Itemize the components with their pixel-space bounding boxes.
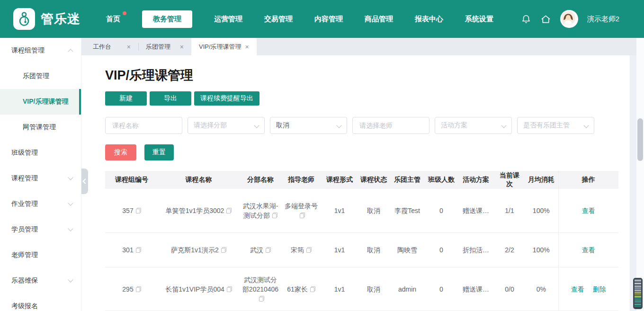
app-root: 管乐迷 首页 教务管理 运营管理 交易管理 内容管理 商品管理 报表中心 xyxy=(0,0,644,311)
table-row: 357 单簧管1v1学员3002 武汉水果湖-测试分部 多端登录号 1v1 取消… xyxy=(105,189,618,233)
sidebar-item-course-group[interactable]: 课程组管理 xyxy=(0,38,81,63)
filter-row: 请选择分部 取消 活动方案 是否有乐团主管 xyxy=(105,117,630,134)
copy-icon[interactable] xyxy=(136,208,141,213)
copy-icon[interactable] xyxy=(136,286,141,292)
notification-dot xyxy=(123,11,126,15)
renewal-reminder-export-button[interactable]: 课程续费提醒导出 xyxy=(194,91,259,106)
cell-activity: 赠送课… xyxy=(457,189,495,233)
sidebar-item-exam-registration[interactable]: 考级报名 xyxy=(0,293,81,311)
brand-name: 管乐迷 xyxy=(41,10,80,27)
sidebar-item-students[interactable]: 学员管理 xyxy=(0,217,81,242)
navbar-right: 演示老师2 xyxy=(521,10,631,28)
close-icon[interactable]: × xyxy=(245,43,249,51)
sidebar-item-online-course[interactable]: 网管课管理 xyxy=(0,115,81,140)
cell-leader: 李霞Test xyxy=(389,189,426,233)
create-button[interactable]: 新建 xyxy=(105,91,147,106)
tab-vip-music-theory[interactable]: VIP/乐理课管理 × xyxy=(191,38,257,55)
copy-icon[interactable] xyxy=(259,296,264,302)
nav-item-transactions[interactable]: 交易管理 xyxy=(264,15,293,24)
cell-monthly-usage: 0% xyxy=(524,267,558,311)
cell-operations: 查看 xyxy=(558,189,618,233)
cell-branch: 武汉水果湖-测试分部 xyxy=(239,189,282,233)
orchestra-leader-select[interactable]: 是否有乐团主管 xyxy=(517,117,594,134)
page-title: VIP/乐理课管理 xyxy=(105,67,630,84)
course-name-input[interactable] xyxy=(111,121,176,130)
minimap-stripes xyxy=(635,280,641,307)
cell-class-size: 0 xyxy=(426,267,457,311)
col-leader: 乐团主管 xyxy=(389,171,426,189)
teacher-input-box xyxy=(352,117,429,134)
sidebar-item-vip-music-theory[interactable]: VIP/乐理课管理 xyxy=(0,89,81,115)
cell-class-size: 0 xyxy=(426,189,457,233)
tab-orchestra[interactable]: 乐团管理 × xyxy=(138,38,191,55)
scrollbar-thumb[interactable] xyxy=(637,118,643,161)
cell-status: 取消 xyxy=(358,189,389,233)
view-link[interactable]: 查看 xyxy=(571,285,584,293)
cell-teacher: 多端登录号 xyxy=(282,189,321,233)
copy-icon[interactable] xyxy=(136,247,141,253)
home-icon[interactable] xyxy=(540,14,551,25)
tab-workbench[interactable]: 工作台 × xyxy=(85,38,138,55)
sidebar-item-course[interactable]: 课程管理 xyxy=(0,166,81,191)
col-class-size: 班级人数 xyxy=(426,171,457,189)
sidebar-item-orchestra[interactable]: 乐团管理 xyxy=(0,63,81,89)
copy-icon[interactable] xyxy=(226,208,232,213)
cell-activity: 折扣活… xyxy=(457,233,495,267)
delete-link[interactable]: 删除 xyxy=(593,285,606,293)
nav-item-academic[interactable]: 教务管理 xyxy=(142,10,192,28)
course-status-select[interactable]: 取消 xyxy=(270,117,347,134)
sidebar-item-homework[interactable]: 作业管理 xyxy=(0,191,81,217)
branch-select[interactable]: 请选择分部 xyxy=(188,117,265,134)
col-form: 课程形式 xyxy=(321,171,358,189)
copy-icon[interactable] xyxy=(221,247,226,253)
sidebar-collapse-handle[interactable] xyxy=(81,169,88,194)
nav-item-settings[interactable]: 系统设置 xyxy=(465,15,493,24)
content-right-gutter xyxy=(630,55,636,311)
cell-monthly-usage: 100% xyxy=(524,189,558,233)
close-icon[interactable]: × xyxy=(127,43,131,51)
scroll-minimap-widget[interactable] xyxy=(633,278,643,309)
chevron-down-icon xyxy=(254,123,259,128)
sidebar-item-teachers[interactable]: 老师管理 xyxy=(0,242,81,268)
teacher-input[interactable] xyxy=(358,121,423,130)
bell-icon[interactable] xyxy=(521,14,531,24)
copy-icon[interactable] xyxy=(266,247,271,253)
search-row: 搜索 重置 xyxy=(105,144,630,160)
view-link[interactable]: 查看 xyxy=(582,207,595,214)
export-button[interactable]: 导出 xyxy=(150,91,191,106)
view-link[interactable]: 查看 xyxy=(582,246,595,254)
close-icon[interactable]: × xyxy=(180,43,184,51)
reset-button[interactable]: 重置 xyxy=(144,144,174,160)
cell-form: 1v1 xyxy=(321,189,358,233)
cell-teacher: 宋筠 xyxy=(282,233,321,267)
cell-status: 取消 xyxy=(358,233,389,267)
gourd-instrument-icon xyxy=(16,11,32,27)
nav-item-content[interactable]: 内容管理 xyxy=(314,15,343,24)
copy-icon[interactable] xyxy=(310,286,315,292)
chevron-down-icon xyxy=(501,123,506,128)
brand-logo[interactable] xyxy=(13,8,35,30)
col-activity: 活动方案 xyxy=(457,171,495,189)
sidebar-item-class[interactable]: 班级管理 xyxy=(0,140,81,166)
nav-item-reports[interactable]: 报表中心 xyxy=(415,15,443,24)
user-name[interactable]: 演示老师2 xyxy=(587,15,619,24)
col-teacher: 指导老师 xyxy=(282,171,321,189)
course-table: 课程组编号 课程名称 分部名称 指导老师 课程形式 课程状态 乐团主管 班级人数… xyxy=(105,171,618,311)
cell-current-lesson: 0/0 xyxy=(495,267,524,311)
copy-icon[interactable] xyxy=(272,213,277,218)
cell-group-id: 295 xyxy=(105,267,158,311)
cell-monthly-usage: 100% xyxy=(524,233,558,267)
sidebar-item-instrument-maintenance[interactable]: 乐器维保 xyxy=(0,268,81,293)
copy-icon[interactable] xyxy=(306,247,312,253)
nav-item-products[interactable]: 商品管理 xyxy=(365,15,393,24)
avatar[interactable] xyxy=(560,10,578,28)
search-button[interactable]: 搜索 xyxy=(105,144,136,160)
copy-icon[interactable] xyxy=(227,286,232,292)
nav-item-operations[interactable]: 运营管理 xyxy=(214,15,242,24)
nav-item-home[interactable]: 首页 xyxy=(106,15,120,24)
course-name-input-box xyxy=(105,117,182,134)
activity-plan-select[interactable]: 活动方案 xyxy=(435,117,512,134)
cell-teacher: 61家长 xyxy=(282,267,321,311)
window-scrollbar[interactable] xyxy=(636,38,644,311)
copy-icon[interactable] xyxy=(300,213,305,218)
